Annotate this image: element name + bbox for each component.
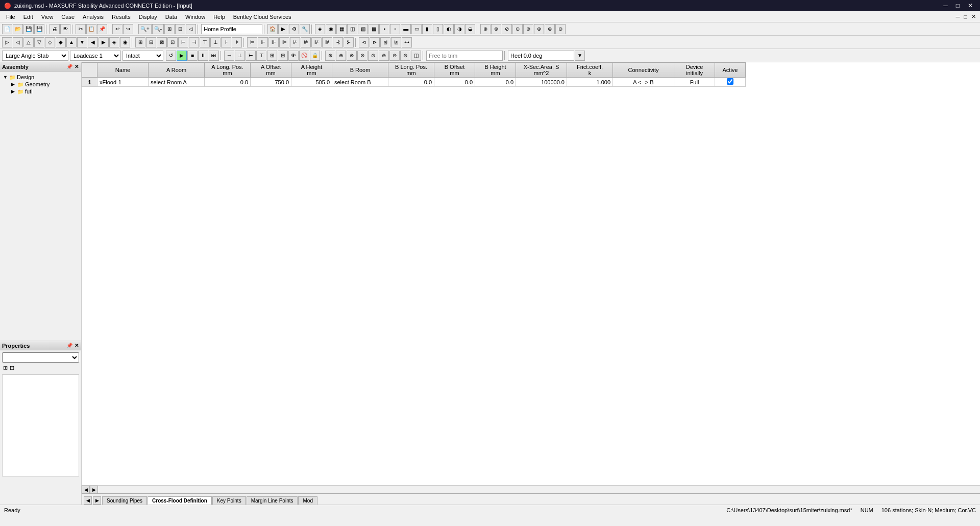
tb2-btn-f[interactable]: ◆ [56, 37, 66, 47]
pause-btn[interactable]: ⏸ [198, 51, 208, 61]
align-right-btn[interactable]: ⊢ [246, 51, 256, 61]
tb2-btn-d[interactable]: ▽ [34, 37, 44, 47]
tb2-btn-m[interactable]: ⊞ [135, 37, 145, 47]
tb-btn-w[interactable]: ⊝ [555, 24, 566, 34]
undo-btn[interactable]: ↩ [112, 24, 122, 34]
tb2-btn-ah[interactable]: ⊳ [370, 37, 380, 47]
profile-input[interactable]: Home Profile [201, 24, 262, 34]
menu-case[interactable]: Case [57, 13, 79, 21]
tb-btn-q[interactable]: ⊗ [491, 24, 501, 34]
lock-btn[interactable]: 🔒 [310, 51, 320, 61]
tb-btn-l[interactable]: ▯ [433, 24, 443, 34]
tb3-btn-a[interactable]: ⊛ [325, 51, 335, 61]
tree-item-design[interactable]: ▼ 📁 Design [2, 74, 79, 81]
tb2-btn-b[interactable]: ◁ [13, 37, 23, 47]
tb2-btn-j[interactable]: ▶ [99, 37, 109, 47]
tb-btn-k[interactable]: ▮ [422, 24, 432, 34]
loadcase-select[interactable]: Loadcase 1 Loadcase 2 [70, 51, 121, 61]
window-max-btn[interactable]: □ [962, 14, 969, 20]
cell-broom-1[interactable]: select Room B [332, 78, 388, 87]
align-left-btn[interactable]: ⊣ [224, 51, 234, 61]
tb2-btn-g[interactable]: ▲ [66, 37, 77, 47]
cell-alongpos-1[interactable]: 0.0 [205, 78, 251, 87]
options-btn[interactable]: 🔧 [300, 24, 310, 34]
tb-btn-v[interactable]: ⊜ [545, 24, 555, 34]
tb2-btn-ac[interactable]: ⊮ [311, 37, 322, 47]
tb2-btn-t[interactable]: ⊥ [210, 37, 220, 47]
tb2-btn-n[interactable]: ⊟ [146, 37, 156, 47]
app-maximize-btn[interactable]: □ [953, 2, 963, 9]
redo-btn[interactable]: ↪ [123, 24, 133, 34]
tb-btn-h[interactable]: ▫ [390, 24, 400, 34]
active-checkbox-1[interactable] [727, 78, 733, 85]
data-table-container[interactable]: Name A Room A Long. Pos.mm A Offsetmm A … [82, 62, 980, 485]
stop-btn[interactable]: ■ [187, 51, 198, 61]
cell-bheight-1[interactable]: 0.0 [475, 78, 516, 87]
heel-input[interactable] [508, 51, 574, 61]
tb2-btn-o[interactable]: ⊠ [157, 37, 167, 47]
window-min-btn[interactable]: ─ [954, 14, 962, 20]
heel-dropdown-btn[interactable]: ▼ [575, 51, 585, 61]
tb-btn-b[interactable]: ◉ [326, 24, 336, 34]
cell-connectivity-1[interactable]: A <--> B [613, 78, 674, 87]
tb3-btn-h[interactable]: ⊝ [400, 51, 410, 61]
cell-frict-1[interactable]: 1.000 [567, 78, 613, 87]
tree-toggle-design[interactable]: ▼ [3, 75, 9, 80]
navigate-btn[interactable]: ▶ [278, 24, 288, 34]
tb2-btn-s[interactable]: ⊤ [200, 37, 210, 47]
scroll-right-btn[interactable]: ▶ [90, 486, 98, 494]
tree-toggle-geometry[interactable]: ▶ [11, 82, 17, 87]
tb2-btn-u[interactable]: ⊦ [221, 37, 231, 47]
open-btn[interactable]: 📂 [13, 24, 23, 34]
zoom-fit-btn[interactable]: ⊞ [164, 24, 175, 34]
paste-btn[interactable]: 📌 [97, 24, 107, 34]
tb2-btn-aa[interactable]: ⊬ [290, 37, 300, 47]
scroll-left-btn[interactable]: ◀ [82, 486, 90, 494]
tb3-btn-g[interactable]: ⊜ [389, 51, 400, 61]
tb-btn-m[interactable]: ◐ [444, 24, 454, 34]
print-preview-btn[interactable]: 👁 [60, 24, 70, 34]
cut-btn[interactable]: ✂ [76, 24, 86, 34]
cell-name-1[interactable]: xFlood-1 [97, 78, 149, 87]
cell-boffset-1[interactable]: 0.0 [434, 78, 475, 87]
tb2-btn-w[interactable]: ⊨ [247, 37, 257, 47]
tb3-btn-c[interactable]: ⊗ [347, 51, 357, 61]
properties-pin-icon[interactable]: 📌 [66, 342, 73, 349]
tree-toggle-futi[interactable]: ▶ [11, 89, 17, 94]
step-btn[interactable]: ⏭ [209, 51, 219, 61]
zoom-in-btn[interactable]: 🔍+ [138, 24, 152, 34]
menu-display[interactable]: Display [135, 13, 161, 21]
menu-help[interactable]: Help [209, 13, 229, 21]
menu-file[interactable]: File [2, 13, 19, 21]
free-to-trim-input[interactable] [426, 51, 503, 61]
tb3-btn-i[interactable]: ◫ [411, 51, 421, 61]
tb3-btn-f[interactable]: ⊚ [379, 51, 389, 61]
tab-key-points[interactable]: Key Points [212, 496, 246, 505]
tab-mod[interactable]: Mod [298, 496, 317, 505]
new-btn[interactable]: 📄 [2, 24, 12, 34]
tb-btn-j[interactable]: ▭ [411, 24, 422, 34]
cell-blongpos-1[interactable]: 0.0 [388, 78, 434, 87]
run-btn[interactable]: ▶ [177, 51, 187, 61]
tb-btn-r[interactable]: ⊘ [502, 24, 512, 34]
tb-btn-e[interactable]: ▧ [358, 24, 368, 34]
zoom-prev-btn[interactable]: ◁ [186, 24, 196, 34]
cell-aoffset-1[interactable]: 750.0 [251, 78, 291, 87]
tb2-btn-a[interactable]: ▷ [2, 37, 12, 47]
tab-scroll-left[interactable]: ◀ [84, 496, 92, 505]
tb2-btn-q[interactable]: ⊢ [178, 37, 188, 47]
tb2-btn-ai[interactable]: ⊴ [380, 37, 390, 47]
menu-bentley[interactable]: Bentley Cloud Services [229, 13, 296, 21]
refresh-btn[interactable]: ↺ [166, 51, 176, 61]
tb-btn-p[interactable]: ⊕ [480, 24, 491, 34]
props-icon-a[interactable]: ⊞ [3, 365, 8, 371]
tb2-btn-l[interactable]: ◉ [120, 37, 130, 47]
menu-data[interactable]: Data [161, 13, 181, 21]
cell-aheight-1[interactable]: 505.0 [291, 78, 332, 87]
cell-device-1[interactable]: Full [674, 78, 715, 87]
cell-xsecarea-1[interactable]: 100000.0 [516, 78, 567, 87]
tb-btn-g[interactable]: ▪ [379, 24, 389, 34]
menu-results[interactable]: Results [108, 13, 135, 21]
app-minimize-btn[interactable]: ─ [940, 2, 951, 9]
zoom-out-btn[interactable]: 🔍- [152, 24, 164, 34]
